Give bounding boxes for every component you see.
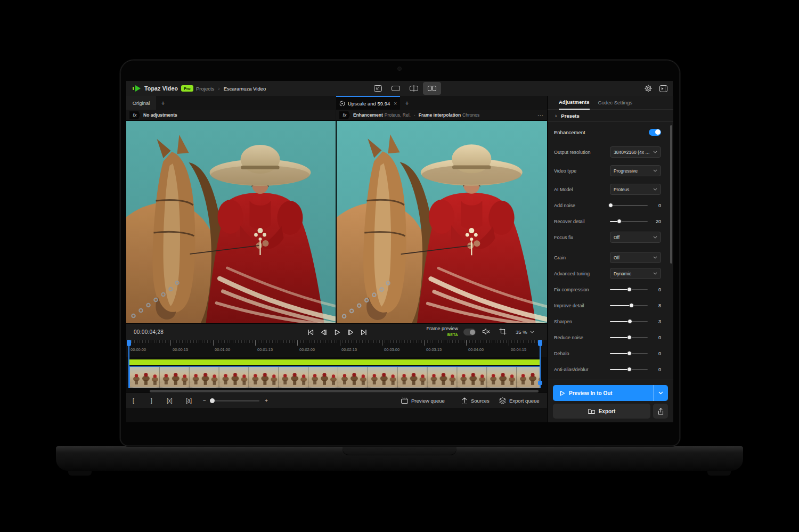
audio-mute-icon[interactable] [482,328,490,335]
sources-button[interactable]: Sources [461,393,490,408]
enhancement-filter-label: Enhancement [353,112,383,118]
export-queue-button[interactable]: Export queue [499,393,540,408]
recover-detail-slider[interactable] [610,221,648,222]
enhancement-label: Enhancement [554,129,585,135]
brand-name: Topaz Video [144,85,178,92]
play-button[interactable] [333,328,341,337]
tab-adjustments[interactable]: Adjustments [559,96,590,110]
clip-filmstrip[interactable] [129,366,541,388]
processed-range-bar [128,359,540,365]
tab-upscale[interactable]: Upscale and 59.94 × [336,96,400,110]
advanced-tuning-dropdown[interactable]: Dynamic [610,268,661,279]
preview-options-chevron[interactable] [653,385,668,401]
sharpen-slider[interactable] [610,321,648,322]
chevron-down-icon [653,188,657,191]
ai-model-dropdown[interactable]: Proteus [610,184,661,195]
tick-label: 00:00:15 [173,347,188,352]
in-point-marker[interactable] [128,340,129,388]
go-to-start-button[interactable] [306,328,315,337]
app-topbar: Topaz Video Pro Projects › Escaramuza Vi… [126,81,673,96]
focus-fix-dropdown[interactable]: Off [610,232,661,243]
view-side-by-side-button[interactable] [423,82,441,95]
view-fit-button[interactable] [369,82,387,95]
reduce-noise-slider[interactable] [610,337,648,338]
chevron-down-icon [530,331,534,333]
layers-icon [499,397,506,404]
fix-compression-slider[interactable] [610,289,648,290]
chevron-right-icon: › [555,113,557,119]
export-button[interactable]: Export [553,404,650,419]
more-options-icon[interactable]: ⋯ [537,112,544,119]
filter-separator: · [414,112,415,118]
clear-in-out-button[interactable]: [x] [167,393,173,408]
add-view-button-left[interactable]: + [157,96,169,110]
set-in-point-button[interactable]: [ [133,393,134,408]
timeline-ruler[interactable]: 00:00:00 00:00:15 00:01:00 00:01:15 00:0… [126,340,547,357]
tab-codec-settings[interactable]: Codec Settings [598,100,632,105]
go-to-end-button[interactable] [360,328,368,337]
view-single-button[interactable] [387,82,405,95]
panel-scrollbar[interactable] [670,125,672,264]
clapperboard-icon [401,397,408,404]
timeline-zoom-out-button[interactable]: − [203,393,206,408]
preview-in-to-out-button[interactable]: Preview In to Out [553,385,668,401]
dehalo-slider[interactable] [610,353,648,354]
add-view-button-right[interactable]: + [401,96,413,110]
dehalo-row: Dehalo 0 [554,348,667,359]
left-preview-header: fx No adjustments [126,110,336,121]
timeline-zoom-in-button[interactable]: + [265,393,268,408]
frame-preview-label: Frame preview BETA [413,326,458,338]
improve-detail-row: Improve detail 8 [554,300,667,312]
presets-section[interactable]: › Presets [548,110,673,122]
enhancement-toggle[interactable] [649,129,661,136]
recover-detail-row: Recover detail 20 [554,216,667,227]
preview-zoom-control[interactable]: 35 % [516,324,534,340]
enhanced-video-preview [336,121,548,323]
add-noise-slider[interactable] [610,205,648,206]
panel-tabs: Adjustments Codec Settings [548,96,673,110]
next-frame-button[interactable] [346,328,355,337]
video-type-dropdown[interactable]: Progressive [610,165,661,176]
beta-badge: BETA [413,332,458,338]
frame-preview-toggle[interactable] [463,329,476,335]
view-split-button[interactable] [405,82,423,95]
left-preview-label: No adjustments [143,112,177,118]
export-folder-icon [588,408,595,414]
reduce-noise-row: Reduce noise 0 [554,332,667,343]
export-row: Export [553,404,668,419]
preview-tabbar: Original + Upscale and 59.94 × + [126,96,547,110]
crop-icon[interactable] [499,328,507,335]
share-button[interactable] [653,404,668,419]
chevron-down-icon [658,391,663,395]
app-logo[interactable]: Topaz Video Pro [133,81,193,96]
improve-detail-slider[interactable] [610,305,648,306]
previous-frame-button[interactable] [320,328,328,337]
tab-close-icon[interactable]: × [394,101,397,107]
zoom-to-selection-button[interactable]: [a] [186,393,192,408]
fix-compression-row: Fix compression 0 [554,284,667,296]
preview-queue-button[interactable]: Preview queue [401,393,445,408]
set-out-point-button[interactable]: ] [151,393,152,408]
major-ticks [128,340,545,346]
ai-model-row: AI Model Proteus [554,184,667,195]
anti-alias-deblur-row: Anti-alias/deblur 0 [554,364,667,375]
fx-icon: fx [129,111,140,119]
output-resolution-dropdown[interactable]: 3840×2160 (4x … [610,146,661,158]
anti-alias-deblur-slider[interactable] [610,369,648,370]
timeline-track-area [126,357,547,392]
tick-label: 00:01:15 [257,347,273,352]
grain-dropdown[interactable]: Off [610,252,661,263]
playhead[interactable] [540,340,541,388]
enhancement-row: Enhancement [554,126,667,138]
share-icon [658,408,664,415]
panel-divider [548,380,673,380]
tab-upscale-label: Upscale and 59.94 [348,101,390,107]
view-mode-group [369,82,441,95]
timeline-zoom-slider[interactable] [210,400,259,402]
settings-gear-icon[interactable] [645,85,652,92]
topbar-right-group [645,82,667,95]
toggle-right-panel-icon[interactable] [659,85,667,92]
breadcrumb-projects[interactable]: Projects [196,86,214,92]
preview-zoom-value: 35 % [516,329,527,335]
tab-original[interactable]: Original [126,96,156,110]
